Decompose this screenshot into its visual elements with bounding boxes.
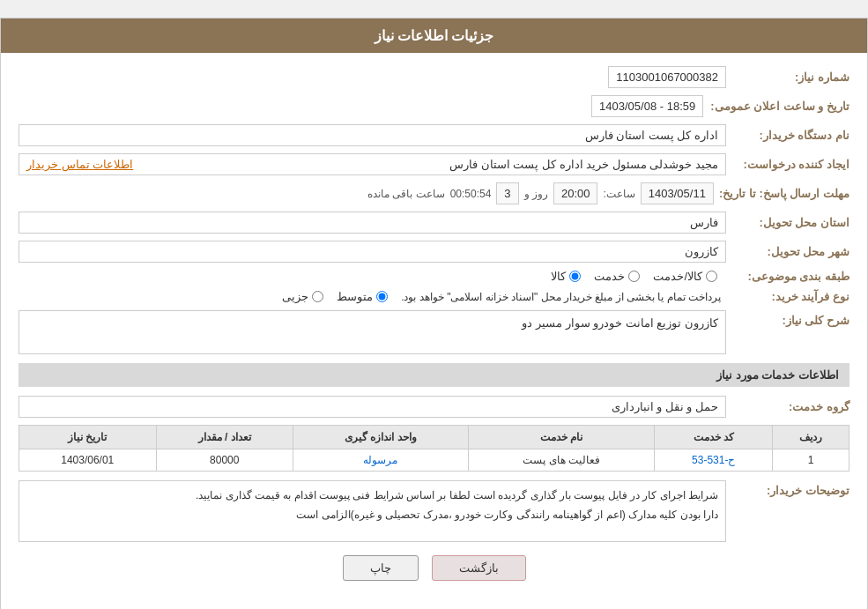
category-option-khedmat[interactable]: خدمت bbox=[594, 270, 640, 283]
need-desc-row: شرح کلی نیاز: کازرون توزیع امانت خودرو س… bbox=[19, 310, 849, 354]
deadline-remaining: 00:50:54 bbox=[450, 188, 492, 200]
province-row: استان محل تحویل: فارس bbox=[19, 212, 849, 234]
process-option-small[interactable]: جزیی bbox=[282, 290, 323, 303]
process-label-medium: متوسط bbox=[337, 290, 373, 303]
category-label: طبقه بندی موضوعی: bbox=[726, 270, 849, 283]
cell-quantity: 80000 bbox=[156, 449, 293, 472]
process-note: پرداخت تمام یا بخشی از مبلغ خریدار محل "… bbox=[401, 291, 721, 303]
buyer-name-value: اداره کل پست استان فارس bbox=[19, 124, 726, 146]
deadline-label: مهلت ارسال پاسخ: تا تاریخ: bbox=[719, 187, 849, 200]
buyer-name-row: نام دستگاه خریدار: اداره کل پست استان فا… bbox=[19, 124, 849, 146]
deadline-days: 3 bbox=[496, 182, 518, 204]
page-header: جزئیات اطلاعات نیاز bbox=[1, 19, 867, 53]
buttons-row: بازگشت چاپ bbox=[19, 555, 849, 598]
page-title: جزئیات اطلاعات نیاز bbox=[375, 28, 494, 43]
process-row: نوع فرآیند خرید: پرداخت تمام یا بخشی از … bbox=[19, 290, 849, 303]
category-radio-kala[interactable] bbox=[569, 271, 581, 282]
province-value: فارس bbox=[19, 212, 726, 234]
cell-date: 1403/06/01 bbox=[19, 449, 157, 472]
category-label-kala: کالا bbox=[551, 270, 566, 283]
announcement-date-row: تاریخ و ساعت اعلان عمومی: 1403/05/08 - 1… bbox=[19, 95, 849, 117]
need-number-label: شماره نیاز: bbox=[726, 71, 849, 84]
process-label: نوع فرآیند خرید: bbox=[726, 290, 849, 303]
process-radio-group: پرداخت تمام یا بخشی از مبلغ خریدار محل "… bbox=[282, 290, 721, 303]
cell-name: فعالیت های پست bbox=[469, 449, 655, 472]
process-option-medium[interactable]: متوسط bbox=[337, 290, 388, 303]
announcement-date-label: تاریخ و ساعت اعلان عمومی: bbox=[703, 100, 849, 113]
col-quantity: تعداد / مقدار bbox=[156, 426, 293, 449]
category-radio-group: کالا/خدمت خدمت کالا bbox=[551, 270, 717, 283]
print-button[interactable]: چاپ bbox=[343, 555, 419, 581]
deadline-time-label: ساعت: bbox=[603, 188, 634, 200]
cell-row: 1 bbox=[773, 449, 849, 472]
buyer-desc-label: توضیحات خریدار: bbox=[726, 480, 849, 497]
content-area: شماره نیاز: 1103001067000382 تاریخ و ساع… bbox=[1, 53, 867, 609]
col-unit: واحد اندازه گیری bbox=[293, 426, 468, 449]
process-radio-small[interactable] bbox=[312, 291, 323, 302]
category-row: طبقه بندی موضوعی: کالا/خدمت خدمت کالا bbox=[19, 270, 849, 283]
creator-value: مجید خوشدلی مسئول خرید اداره کل پست استا… bbox=[19, 153, 726, 175]
need-number-row: شماره نیاز: 1103001067000382 bbox=[19, 66, 849, 88]
col-row: ردیف bbox=[773, 426, 849, 449]
city-label: شهر محل تحویل: bbox=[726, 245, 849, 258]
category-radio-kala-khedmat[interactable] bbox=[706, 271, 717, 282]
process-radio-medium[interactable] bbox=[376, 291, 388, 302]
items-table: ردیف کد خدمت نام خدمت واحد اندازه گیری ت… bbox=[19, 425, 849, 472]
col-name: نام خدمت bbox=[469, 426, 655, 449]
service-group-label: گروه خدمت: bbox=[726, 400, 849, 413]
creator-row: ایجاد کننده درخواست: مجید خوشدلی مسئول خ… bbox=[19, 153, 849, 175]
category-radio-khedmat[interactable] bbox=[628, 271, 640, 282]
table-body: 1 ح-531-53 فعالیت های پست مرسوله 80000 1… bbox=[19, 449, 849, 472]
deadline-days-label: روز و bbox=[524, 188, 548, 200]
buyer-desc-row: توضیحات خریدار: شرایط اجرای کار در فایل … bbox=[19, 480, 849, 542]
service-group-value: حمل و نقل و انبارداری bbox=[19, 396, 726, 418]
back-button[interactable]: بازگشت bbox=[432, 555, 526, 581]
need-desc-label: شرح کلی نیاز: bbox=[726, 310, 849, 327]
city-row: شهر محل تحویل: کازرون bbox=[19, 241, 849, 263]
province-label: استان محل تحویل: bbox=[726, 216, 849, 229]
creator-contact-link[interactable]: اطلاعات تماس خریدار bbox=[26, 158, 133, 171]
deadline-date: 1403/05/11 bbox=[641, 182, 714, 204]
col-code: کد خدمت bbox=[655, 426, 773, 449]
creator-name: مجید خوشدلی مسئول خرید اداره کل پست استا… bbox=[449, 158, 718, 171]
city-value: کازرون bbox=[19, 241, 726, 263]
process-label-small: جزیی bbox=[282, 290, 308, 303]
service-group-row: گروه خدمت: حمل و نقل و انبارداری bbox=[19, 396, 849, 418]
services-section-header: اطلاعات خدمات مورد نیاز bbox=[19, 363, 849, 387]
announcement-date-value: 1403/05/08 - 18:59 bbox=[591, 95, 703, 117]
table-row: 1 ح-531-53 فعالیت های پست مرسوله 80000 1… bbox=[19, 449, 849, 472]
deadline-time: 20:00 bbox=[553, 182, 598, 204]
table-header-row: ردیف کد خدمت نام خدمت واحد اندازه گیری ت… bbox=[19, 426, 849, 449]
need-desc-value: کازرون توزیع امانت خودرو سوار مسیر دو bbox=[19, 310, 726, 354]
col-date: تاریخ نیاز bbox=[19, 426, 157, 449]
need-number-value: 1103001067000382 bbox=[608, 66, 726, 88]
table-header: ردیف کد خدمت نام خدمت واحد اندازه گیری ت… bbox=[19, 426, 849, 449]
deadline-row: مهلت ارسال پاسخ: تا تاریخ: 1403/05/11 سا… bbox=[19, 182, 849, 204]
category-option-kala-khedmat[interactable]: کالا/خدمت bbox=[653, 270, 717, 283]
cell-unit: مرسوله bbox=[293, 449, 468, 472]
buyer-desc-value: شرایط اجرای کار در فایل پیوست بار گذاری … bbox=[19, 480, 726, 542]
category-option-kala[interactable]: کالا bbox=[551, 270, 581, 283]
buyer-name-label: نام دستگاه خریدار: bbox=[726, 129, 849, 142]
category-label-khedmat: خدمت bbox=[594, 270, 625, 283]
creator-label: ایجاد کننده درخواست: bbox=[726, 158, 849, 171]
deadline-remaining-label: ساعت باقی مانده bbox=[367, 188, 445, 200]
category-label-kala-khedmat: کالا/خدمت bbox=[653, 270, 702, 283]
main-container: جزئیات اطلاعات نیاز شماره نیاز: 11030010… bbox=[0, 18, 868, 609]
cell-code: ح-531-53 bbox=[655, 449, 773, 472]
